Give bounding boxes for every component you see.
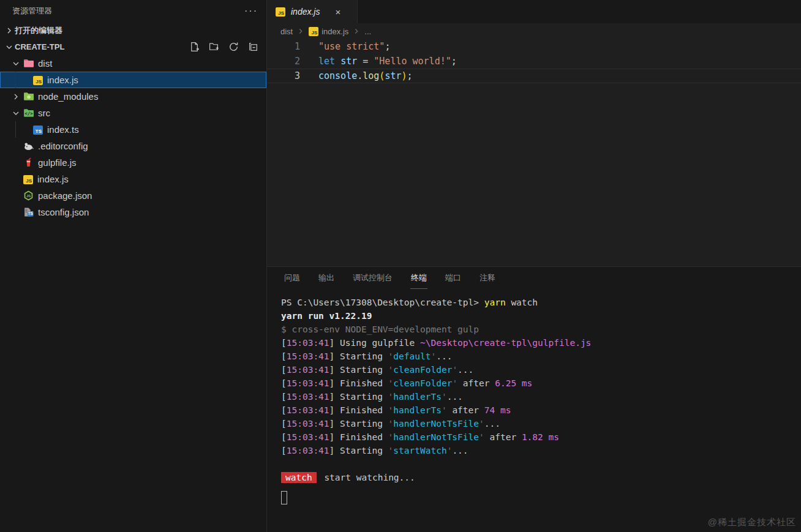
chevron-right-icon	[11, 92, 21, 102]
terminal-line: [15:03:41] Starting 'default'...	[281, 350, 801, 363]
ts-icon: TS	[33, 124, 43, 135]
js-file-icon: JS	[276, 6, 285, 17]
tree-item-label: index.js	[37, 174, 69, 184]
tree-item-index-js[interactable]: JSindex.js	[0, 171, 266, 187]
terminal-line: PS C:\Users\17308\Desktop\create-tpl> ya…	[281, 296, 801, 309]
chevron-down-icon	[4, 42, 15, 52]
line-number: 3	[267, 69, 318, 83]
indent-guide	[15, 121, 16, 138]
code-editor[interactable]: 1"use strict";2let str = "Hello world!";…	[267, 39, 801, 266]
watermark: @稀土掘金技术社区	[708, 517, 796, 528]
tree-item-editorconfig[interactable]: .editorconfig	[0, 138, 266, 154]
tree-item-label: gulpfile.js	[38, 157, 77, 168]
tree-item-tsconfig-json[interactable]: TStsconfig.json	[0, 204, 266, 220]
terminal-line: [15:03:41] Starting 'handlerTs'...	[281, 390, 801, 403]
terminal-cursor[interactable]	[281, 491, 287, 504]
refresh-icon[interactable]	[227, 41, 239, 53]
breadcrumb: distJSindex.js...	[267, 23, 801, 39]
watch-badge: watch	[281, 472, 317, 483]
panel-tab-inactive[interactable]: 输出	[318, 267, 335, 289]
panel-tabs: 问题输出调试控制台终端端口注释	[267, 267, 801, 289]
panel-tab-inactive[interactable]: 问题	[284, 267, 301, 289]
panel-tab-inactive[interactable]: 注释	[479, 267, 496, 289]
tree-item-label: package.json	[38, 190, 92, 201]
terminal-line: [15:03:41] Starting 'cleanFolder'...	[281, 363, 801, 377]
js-icon: JS	[309, 27, 318, 36]
terminal-line: [15:03:41] Starting 'startWatch'...	[281, 444, 801, 457]
terminal-line: $ cross-env NODE_ENV=development gulp	[281, 323, 801, 336]
tree-item-label: src	[38, 108, 50, 118]
editor-column: JS index.js × distJSindex.js... 1"use st…	[267, 0, 801, 532]
panel-tab-inactive[interactable]: 调试控制台	[352, 267, 393, 289]
gulp-icon	[23, 157, 34, 168]
panel-tab-inactive[interactable]: 端口	[445, 267, 462, 289]
terminal[interactable]: PS C:\Users\17308\Desktop\create-tpl> ya…	[267, 289, 801, 532]
code-line-2[interactable]: 2let str = "Hello world!";	[267, 54, 801, 69]
collapse-all-icon[interactable]	[247, 41, 259, 53]
js-icon: JS	[33, 75, 43, 85]
bottom-panel: 问题输出调试控制台终端端口注释 PS C:\Users\17308\Deskto…	[267, 266, 801, 532]
tab-label: index.js	[291, 7, 320, 17]
file-tree: distJSindex.jsnode_modules</>srcTSindex.…	[0, 55, 266, 220]
code-text: let str = "Hello world!";	[318, 54, 457, 69]
tab-index-js[interactable]: JS index.js ×	[267, 0, 358, 23]
tree-item-index-ts[interactable]: TSindex.ts	[0, 121, 266, 138]
breadcrumb-item[interactable]: dist	[280, 27, 293, 36]
ts-icon: TS	[33, 126, 43, 135]
breadcrumb-item[interactable]: JSindex.js	[309, 27, 348, 36]
code-line-3[interactable]: 3console.log(str);	[267, 69, 801, 83]
indent-guide	[15, 72, 16, 88]
terminal-line: [15:03:41] Finished 'handlerNotTsFile' a…	[281, 430, 801, 444]
js-icon: JS	[23, 175, 33, 184]
explorer-actions	[188, 41, 266, 53]
js-icon: JS	[23, 174, 33, 184]
tree-item-package-json[interactable]: JSpackage.json	[0, 187, 266, 204]
line-number: 2	[267, 54, 318, 69]
svg-text:JS: JS	[26, 194, 31, 198]
code-text: "use strict";	[318, 39, 390, 54]
terminal-line: yarn run v1.22.19	[281, 309, 801, 323]
editor-tab-bar: JS index.js ×	[267, 0, 801, 23]
code-text: console.log(str);	[318, 69, 413, 83]
explorer-header: 资源管理器 ···	[0, 0, 266, 22]
tree-item-gulpfile-js[interactable]: gulpfile.js	[0, 154, 266, 171]
folder-dist-icon	[23, 58, 34, 69]
tree-item-label: .editorconfig	[38, 141, 88, 151]
more-actions-icon[interactable]: ···	[244, 8, 258, 14]
explorer-sidebar: 资源管理器 ··· 打开的编辑器 CREATE-TPL distJSindex.…	[0, 0, 267, 532]
explorer-title: 资源管理器	[12, 6, 52, 17]
project-section[interactable]: CREATE-TPL	[0, 39, 266, 55]
tree-item-label: node_modules	[38, 91, 98, 102]
terminal-line: [15:03:41] Starting 'handlerNotTsFile'..…	[281, 417, 801, 430]
editorconfig-icon	[23, 141, 34, 151]
new-file-icon[interactable]	[188, 41, 200, 53]
svg-text:</>: </>	[24, 111, 33, 116]
terminal-line	[281, 457, 801, 471]
terminal-line: [15:03:41] Finished 'cleanFolder' after …	[281, 377, 801, 390]
tree-item-dist[interactable]: dist	[0, 55, 266, 72]
terminal-line: watch start watching...	[281, 471, 801, 484]
chevron-right-icon	[352, 27, 361, 36]
new-folder-icon[interactable]	[208, 41, 220, 53]
breadcrumb-item[interactable]: ...	[364, 27, 371, 36]
folder-src-icon: </>	[23, 108, 34, 118]
line-number: 1	[267, 39, 318, 54]
vscode-window: 资源管理器 ··· 打开的编辑器 CREATE-TPL distJSindex.…	[0, 0, 801, 532]
open-editors-section[interactable]: 打开的编辑器	[0, 22, 266, 39]
folder-node-icon	[23, 91, 34, 102]
tree-item-src[interactable]: </>src	[0, 105, 266, 121]
terminal-line: [15:03:41] Using gulpfile ~\Desktop\crea…	[281, 336, 801, 350]
nodejs-icon: JS	[23, 190, 34, 201]
tsconfig-icon: TS	[23, 207, 34, 217]
svg-text:TS: TS	[28, 211, 33, 215]
chevron-down-icon	[11, 59, 21, 69]
tree-item-node_modules[interactable]: node_modules	[0, 88, 266, 105]
tree-item-index-js[interactable]: JSindex.js	[0, 72, 266, 88]
tree-item-label: index.ts	[47, 124, 79, 135]
tree-item-label: index.js	[47, 75, 78, 85]
panel-tab-active[interactable]: 终端	[410, 267, 427, 289]
close-icon[interactable]: ×	[335, 7, 340, 17]
code-line-1[interactable]: 1"use strict";	[267, 39, 801, 54]
tree-item-label: dist	[38, 58, 52, 69]
project-label: CREATE-TPL	[15, 42, 64, 51]
